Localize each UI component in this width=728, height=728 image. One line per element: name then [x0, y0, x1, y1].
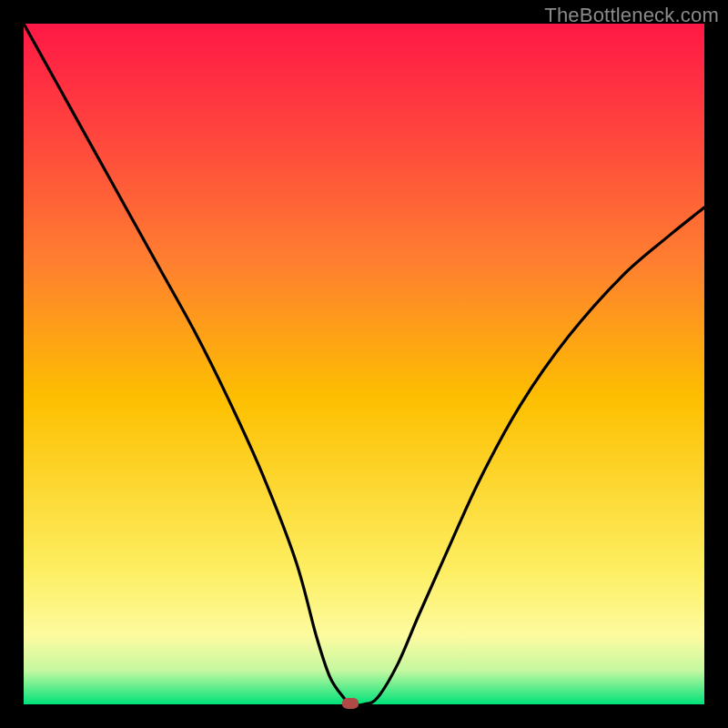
watermark-label: TheBottleneck.com [544, 4, 719, 27]
bottleneck-curve [24, 24, 704, 704]
chart-frame: TheBottleneck.com [0, 0, 728, 728]
plot-area [24, 24, 704, 704]
optimum-marker [342, 698, 359, 709]
curve-path [24, 24, 704, 704]
